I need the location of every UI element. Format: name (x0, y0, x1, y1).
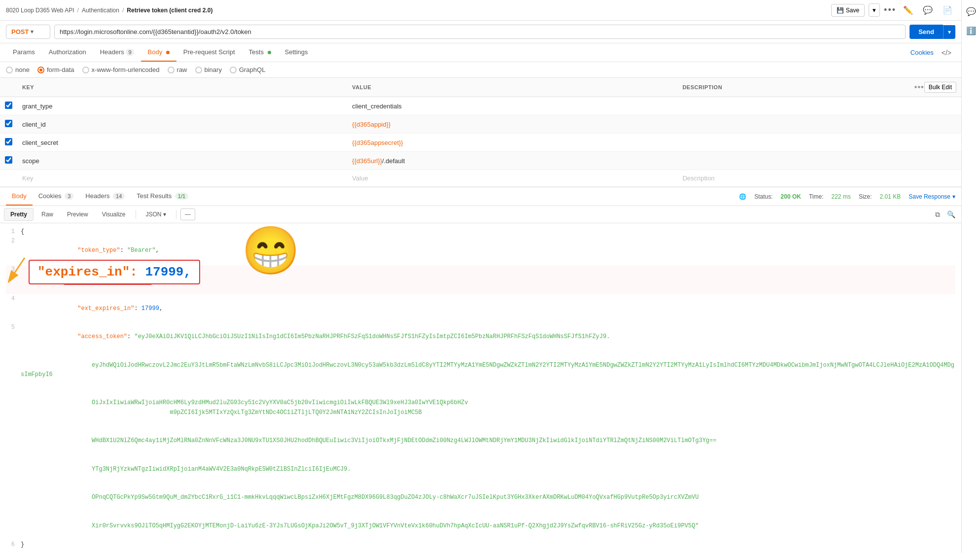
table-more-icon[interactable]: ••• (914, 83, 924, 92)
radio-form-data (37, 67, 44, 73)
row-value[interactable]: {{d365appid}} (347, 115, 677, 134)
doc-button[interactable]: 📄 (940, 3, 955, 17)
tab-pre-request[interactable]: Pre-request Script (176, 43, 242, 62)
url-input[interactable] (54, 25, 906, 39)
resp-tab-cookies[interactable]: Cookies 3 (33, 187, 80, 206)
status-label: Status: (754, 193, 772, 200)
send-dropdown-button[interactable]: ▾ (943, 25, 955, 39)
body-type-row: none form-data x-www-form-urlencoded raw… (0, 62, 961, 78)
sidebar-comment-button[interactable]: 💬 (963, 4, 979, 19)
row-checkbox[interactable] (5, 102, 12, 109)
edit-button[interactable]: ✏️ (900, 3, 916, 17)
code-line: 4 "ext_expires_in": 17999, (6, 294, 955, 323)
table-row: client_secret {{d365appsecret}} (0, 134, 961, 152)
code-area: 1 { 2 "token_type": "Bearer", 3 "expires… (0, 223, 961, 553)
save-response-button[interactable]: Save Response ▾ (909, 193, 955, 200)
tab-tests[interactable]: Tests (242, 43, 278, 62)
code-line: 3 "expires_in": 17999, (6, 265, 955, 295)
tab-body[interactable]: Body (141, 43, 176, 62)
row-key[interactable]: client_secret (17, 134, 347, 152)
tab-authorization[interactable]: Authorization (42, 43, 93, 62)
more-options-button[interactable]: ••• (884, 5, 896, 15)
save-button[interactable]: 💾 Save (831, 4, 865, 17)
tab-params[interactable]: Params (6, 43, 42, 62)
code-button[interactable]: </> (938, 45, 955, 61)
row-description[interactable] (677, 152, 961, 170)
viewer-tab-preview[interactable]: Preview (61, 208, 94, 220)
row-checkbox[interactable] (5, 138, 12, 145)
placeholder-value[interactable]: Value (347, 170, 677, 187)
tab-separator2 (176, 210, 176, 219)
size-value: 2.01 KB (880, 193, 901, 200)
response-tabs-row: Body Cookies 3 Headers 14 Test Results 1… (0, 187, 961, 206)
row-key[interactable]: scope (17, 152, 347, 170)
request-tabs-row: Params Authorization Headers 9 Body Pre-… (0, 43, 961, 62)
status-value: 200 OK (781, 193, 801, 200)
save-dropdown-button[interactable]: ▾ (869, 3, 880, 17)
row-key[interactable]: grant_type (17, 97, 347, 115)
breadcrumb-current: Retrieve token (client cred 2.0) (127, 7, 212, 14)
body-type-urlencoded[interactable]: x-www-form-urlencoded (82, 66, 160, 73)
row-value[interactable]: client_credentials (347, 97, 677, 115)
viewer-tab-more[interactable]: — (180, 208, 195, 220)
kv-table-container: KEY VALUE DESCRIPTION ••• Bulk Edit gran… (0, 78, 961, 187)
save-response-arrow-icon: ▾ (952, 193, 955, 200)
save-response-label: Save Response (909, 193, 950, 200)
bulk-edit-button[interactable]: Bulk Edit (924, 82, 956, 93)
breadcrumb-sep2: / (122, 7, 124, 14)
table-row: client_id {{d365appid}} (0, 115, 961, 134)
radio-urlencoded (82, 67, 89, 73)
code-line: Xir0rSvrvvks9OJlTO5qHMIygG2EKOYjMTEMonjD… (6, 512, 955, 541)
table-row: scope {{d365url}}/.default (0, 152, 961, 170)
radio-none (6, 67, 13, 73)
row-description[interactable] (677, 134, 961, 152)
body-type-binary[interactable]: binary (195, 66, 222, 73)
sidebar-info-button[interactable]: ℹ️ (963, 23, 979, 38)
col-key-header: KEY (17, 78, 347, 97)
radio-binary (195, 67, 202, 73)
row-description[interactable] (677, 97, 961, 115)
row-description[interactable] (677, 115, 961, 134)
viewer-tab-pretty[interactable]: Pretty (4, 208, 34, 221)
code-line: 2 "token_type": "Bearer", (6, 237, 955, 265)
save-label: Save (846, 7, 859, 14)
chevron-down-icon: ▾ (873, 6, 876, 14)
search-button[interactable]: 🔍 (945, 208, 957, 221)
tab-separator (136, 210, 136, 219)
code-line: OiJxIxIiwiaWRwIjoiaHR0cHM6Ly9zdHMud2luZG… (6, 389, 955, 427)
resp-tab-test-results[interactable]: Test Results 1/1 (131, 187, 194, 206)
copy-button[interactable]: ⧉ (933, 208, 942, 221)
radio-graphql (230, 67, 237, 73)
radio-raw (168, 67, 175, 73)
comment-button[interactable]: 💬 (920, 3, 936, 17)
viewer-tab-visualize[interactable]: Visualize (96, 208, 132, 220)
row-checkbox[interactable] (5, 156, 12, 164)
row-value[interactable]: {{d365appsecret}} (347, 134, 677, 152)
code-line: 6 } (6, 540, 955, 550)
tab-settings[interactable]: Settings (278, 43, 315, 62)
placeholder-description[interactable]: Description (677, 170, 961, 187)
row-value[interactable]: {{d365url}}/.default (347, 152, 677, 170)
code-line: 5 "access_token": "eyJ0eXAiOiJKV1QiLCJhb… (6, 323, 955, 351)
kv-table: KEY VALUE DESCRIPTION ••• Bulk Edit gran… (0, 78, 961, 187)
viewer-tab-raw[interactable]: Raw (35, 208, 59, 220)
viewer-tab-json[interactable]: JSON ▾ (140, 208, 172, 220)
code-line: OPnqCQTGcPkYp9Sw5Gtm9QuM_dm2YbcC1RxrG_i1… (6, 484, 955, 512)
cookies-link[interactable]: Cookies (907, 44, 938, 61)
row-checkbox[interactable] (5, 120, 12, 127)
row-key[interactable]: client_id (17, 115, 347, 134)
resp-tab-headers[interactable]: Headers 14 (79, 187, 131, 206)
time-value: 222 ms (832, 193, 851, 200)
body-type-graphql[interactable]: GraphQL (230, 66, 265, 73)
resp-tab-body[interactable]: Body (6, 187, 33, 206)
placeholder-key[interactable]: Key (17, 170, 347, 187)
tab-headers[interactable]: Headers 9 (93, 43, 141, 62)
code-line: eyJhdWQiOiJodHRwczovL2Jmc2EuY3JtLmR5bmFt… (6, 351, 955, 389)
col-desc-header: DESCRIPTION ••• Bulk Edit (677, 78, 961, 97)
body-type-raw[interactable]: raw (168, 66, 187, 73)
body-type-none[interactable]: none (6, 66, 30, 73)
table-row: grant_type client_credentials (0, 97, 961, 115)
body-type-form-data[interactable]: form-data (37, 66, 74, 73)
send-main-button[interactable]: Send (910, 25, 943, 39)
method-select[interactable]: POST ▾ (6, 25, 50, 39)
